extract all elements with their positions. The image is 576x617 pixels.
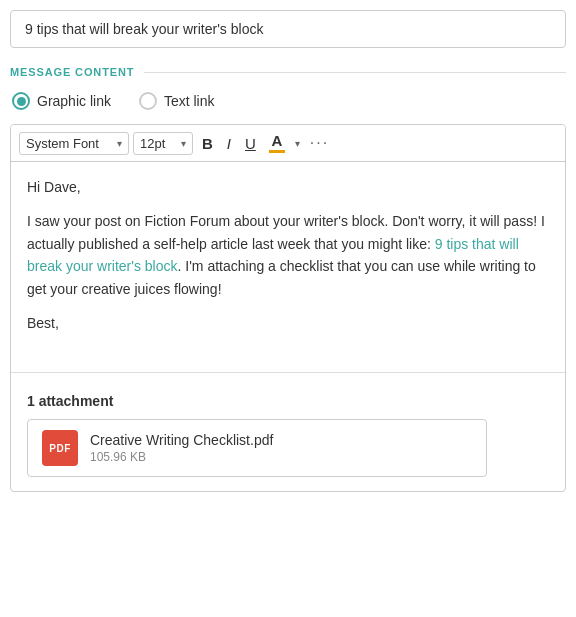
font-color-letter: A [271,133,282,148]
text-link-option[interactable]: Text link [139,92,215,110]
editor-wrapper: System Font ▾ 12pt ▾ B I U A ▾ ··· Hi Da… [10,124,566,492]
font-color-bar [269,150,285,153]
font-size-select[interactable]: 12pt ▾ [133,132,193,155]
attachment-info: Creative Writing Checklist.pdf 105.96 KB [90,432,273,464]
font-family-value: System Font [26,136,99,151]
text-link-radio[interactable] [139,92,157,110]
attachment-filesize: 105.96 KB [90,450,273,464]
editor-body-paragraph: I saw your post on Fiction Forum about y… [27,210,549,300]
text-link-label: Text link [164,93,215,109]
editor-body[interactable]: Hi Dave, I saw your post on Fiction Foru… [11,162,565,362]
attachment-filename: Creative Writing Checklist.pdf [90,432,273,448]
font-family-select[interactable]: System Font ▾ [19,132,129,155]
more-options-button[interactable]: ··· [306,132,333,154]
attachment-section: 1 attachment PDF Creative Writing Checkl… [11,383,565,491]
section-label-text: MESSAGE CONTENT [10,66,134,78]
italic-button[interactable]: I [222,133,236,154]
subject-text: 9 tips that will break your writer's blo… [25,21,263,37]
editor-separator [11,372,565,373]
link-type-row: Graphic link Text link [10,92,566,110]
font-size-chevron: ▾ [181,138,186,149]
font-color-button[interactable]: A [265,131,289,155]
font-family-chevron: ▾ [117,138,122,149]
pdf-icon: PDF [42,430,78,466]
editor-greeting: Hi Dave, [27,176,549,198]
bold-button[interactable]: B [197,133,218,154]
editor-toolbar: System Font ▾ 12pt ▾ B I U A ▾ ··· [11,125,565,162]
graphic-link-label: Graphic link [37,93,111,109]
editor-closing: Best, [27,312,549,334]
section-divider-line [144,72,566,73]
font-color-dropdown[interactable]: ▾ [293,138,302,149]
subject-bar: 9 tips that will break your writer's blo… [10,10,566,48]
underline-button[interactable]: U [240,133,261,154]
font-size-value: 12pt [140,136,165,151]
section-label: MESSAGE CONTENT [10,66,566,78]
graphic-link-radio[interactable] [12,92,30,110]
attachment-item[interactable]: PDF Creative Writing Checklist.pdf 105.9… [27,419,487,477]
graphic-link-option[interactable]: Graphic link [12,92,111,110]
attachment-count: 1 attachment [27,393,549,409]
